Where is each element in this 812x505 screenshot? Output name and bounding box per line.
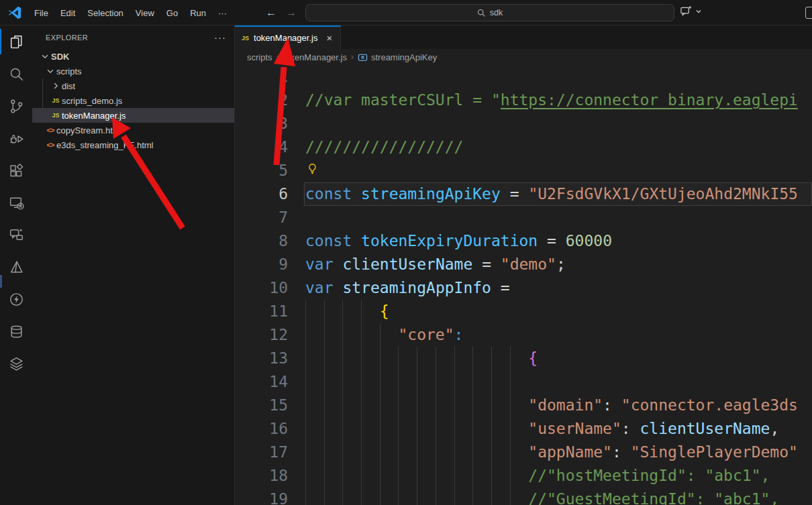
line-number[interactable]: 13	[235, 347, 305, 370]
line-number[interactable]: 14	[235, 370, 305, 394]
code-line-6[interactable]: 6const streamingApiKey = "U2FsdGVkX1/GXt…	[235, 182, 812, 206]
line-number[interactable]: 5	[235, 159, 305, 182]
menu-[interactable]: ···	[212, 5, 233, 21]
line-number[interactable]: 8	[235, 229, 305, 253]
activity-remote-explorer-icon[interactable]	[0, 186, 32, 219]
explorer-item-copyStream.html[interactable]: <>copyStream.html	[32, 123, 234, 137]
indent-guides	[305, 394, 528, 417]
tree-item-label: SDK	[51, 52, 69, 62]
breadcrumb-item-tokenManager.js[interactable]: tokenManager.js	[283, 52, 347, 62]
code-line-text: "appName": "SinglePlayerDemo"	[305, 441, 798, 464]
explorer-item-e3ds_streaming_FE.html[interactable]: <>e3ds_streaming_FE.html	[32, 137, 234, 152]
menu-run[interactable]: Run	[184, 5, 212, 21]
chevron-down-icon	[44, 66, 56, 76]
menu-bar: FileEditSelectionViewGoRun···	[28, 0, 233, 25]
activity-search-icon[interactable]	[0, 58, 32, 90]
code-token: clientUserName	[342, 256, 472, 273]
line-number[interactable]: 19	[235, 488, 305, 505]
code-editor[interactable]: 12//var masterCSUrl = "https://connector…	[235, 65, 812, 505]
code-line-1[interactable]: 1	[235, 65, 812, 89]
code-line-5[interactable]: 5	[235, 159, 812, 182]
code-line-13[interactable]: 13{	[235, 347, 812, 370]
code-line-7[interactable]: 7	[235, 206, 812, 229]
line-number[interactable]: 4	[235, 135, 305, 159]
command-center-search[interactable]: sdk	[305, 4, 674, 21]
line-number[interactable]: 3	[235, 112, 305, 135]
code-line-18[interactable]: 18//"hostMeetingId": "abc1",	[235, 464, 812, 488]
menu-view[interactable]: View	[130, 5, 160, 21]
explorer-item-dist[interactable]: dist	[32, 78, 234, 93]
activity-source-control-icon[interactable]	[0, 90, 32, 122]
code-line-3[interactable]: 3	[235, 112, 812, 135]
explorer-title: EXPLORER	[46, 34, 214, 42]
js-file-icon: JS	[242, 35, 249, 42]
line-number[interactable]: 7	[235, 206, 305, 229]
code-line-text	[305, 370, 528, 394]
line-number[interactable]: 1	[235, 65, 305, 89]
activity-database-icon[interactable]	[0, 315, 32, 347]
code-line-8[interactable]: 8const tokenExpiryDuration = 60000	[235, 229, 812, 253]
menu-go[interactable]: Go	[160, 5, 184, 21]
code-line-text: //"hostMeetingId": "abc1",	[305, 464, 770, 488]
explorer-item-scripts_demo.js[interactable]: JSscripts_demo.js	[32, 93, 234, 108]
code-line-text: const streamingApiKey = "U2FsdGVkX1/GXtU…	[305, 182, 798, 206]
code-token: "U2FsdGVkX1/GXtUjeoAhd2MNkI55	[528, 185, 798, 203]
code-line-19[interactable]: 19//"GuestMeetingId": "abc1",	[235, 488, 812, 505]
line-number[interactable]: 10	[235, 276, 305, 300]
line-number[interactable]: 9	[235, 253, 305, 276]
explorer-item-SDK[interactable]: SDK	[32, 49, 234, 64]
code-line-text: "domain": "connector.eagle3ds	[305, 394, 798, 417]
breadcrumb-item-streamingApiKey[interactable]: streamingApiKey	[358, 52, 437, 62]
explorer-item-tokenManager.js[interactable]: JStokenManager.js	[32, 108, 234, 123]
line-number[interactable]: 15	[235, 394, 305, 417]
title-bar: FileEditSelectionViewGoRun··· ← → sdk	[0, 0, 812, 25]
code-line-11[interactable]: 11{	[235, 300, 812, 323]
explorer-more-actions-button[interactable]: ···	[214, 32, 226, 43]
line-number[interactable]: 6	[235, 182, 305, 206]
activity-run-debug-icon[interactable]	[0, 122, 32, 154]
tab-close-icon[interactable]: ×	[326, 32, 332, 44]
line-number[interactable]: 17	[235, 441, 305, 464]
copilot-chat-icon	[680, 5, 693, 17]
search-icon	[477, 9, 486, 17]
activity-layers-icon[interactable]	[0, 347, 32, 380]
copilot-chat-button[interactable]	[680, 5, 702, 17]
line-number[interactable]: 12	[235, 323, 305, 347]
code-line-text: "core":	[305, 323, 463, 347]
line-number[interactable]: 18	[235, 464, 305, 488]
activity-thunder-client-icon[interactable]	[0, 283, 32, 315]
activity-prism-icon[interactable]	[0, 251, 32, 283]
code-line-10[interactable]: 10var streamingAppInfo =	[235, 276, 812, 300]
code-line-4[interactable]: 4/////////////////	[235, 135, 812, 159]
code-token: =	[491, 279, 510, 296]
activity-chat-icon[interactable]	[0, 219, 32, 251]
activity-explorer-icon[interactable]	[0, 25, 32, 58]
menu-selection[interactable]: Selection	[81, 5, 129, 21]
line-number[interactable]: 16	[235, 417, 305, 441]
code-line-2[interactable]: 2//var masterCSUrl = "https://connector_…	[235, 89, 812, 112]
nav-back-icon[interactable]: ←	[266, 7, 276, 19]
code-line-9[interactable]: 9var clientUserName = "demo";	[235, 253, 812, 276]
code-line-text: "userName": clientUserName,	[305, 417, 779, 441]
code-line-12[interactable]: 12"core":	[235, 323, 812, 347]
breadcrumb-item-scripts[interactable]: scripts	[247, 52, 272, 62]
line-number[interactable]: 2	[235, 89, 305, 112]
activity-extensions-icon[interactable]	[0, 154, 32, 186]
layout-control-partial-icon[interactable]	[805, 7, 812, 19]
code-token: //"hostMeetingId": "abc1",	[528, 467, 770, 484]
explorer-item-scripts[interactable]: scripts	[32, 64, 234, 78]
code-line-text: const tokenExpiryDuration = 60000	[305, 229, 612, 253]
code-line-15[interactable]: 15"domain": "connector.eagle3ds	[235, 394, 812, 417]
line-number[interactable]: 11	[235, 300, 305, 323]
menu-edit[interactable]: Edit	[54, 5, 81, 21]
indent-guides	[305, 464, 528, 488]
code-line-17[interactable]: 17"appName": "SinglePlayerDemo"	[235, 441, 812, 464]
code-token: streamingApiKey	[361, 185, 501, 203]
lightbulb-icon[interactable]	[307, 163, 318, 174]
nav-forward-icon[interactable]: →	[286, 7, 297, 19]
indent-guides	[305, 441, 528, 464]
tab-tokenManager.js[interactable]: JS tokenManager.js ×	[235, 25, 341, 49]
menu-file[interactable]: File	[28, 5, 54, 21]
code-line-14[interactable]: 14	[235, 370, 812, 394]
code-line-16[interactable]: 16"userName": clientUserName,	[235, 417, 812, 441]
